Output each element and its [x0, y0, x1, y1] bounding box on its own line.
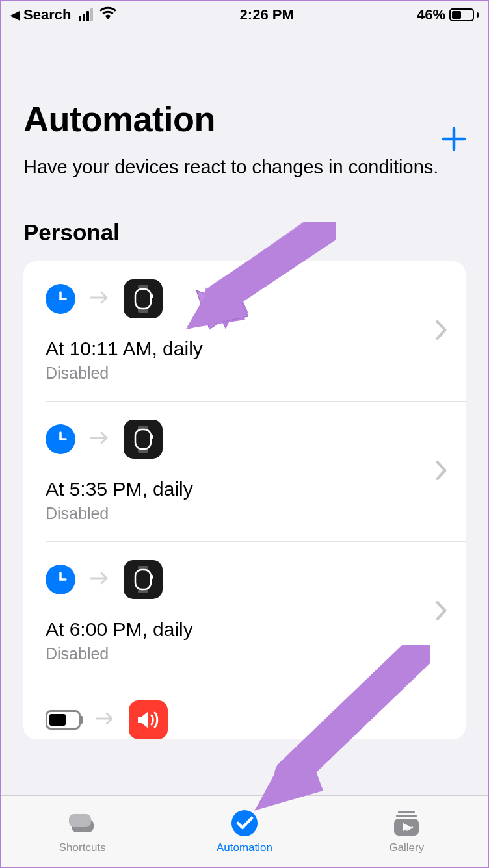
watch-app-icon	[124, 560, 163, 599]
automation-item-4[interactable]	[23, 682, 466, 739]
tab-label: Shortcuts	[59, 841, 106, 854]
arrow-right-icon	[90, 570, 109, 589]
automation-title: At 10:11 AM, daily	[46, 338, 443, 360]
arrow-right-icon	[90, 290, 109, 308]
automation-item-1[interactable]: At 10:11 AM, daily Disabled	[23, 261, 466, 401]
add-automation-button[interactable]	[440, 125, 468, 156]
tab-label: Automation	[217, 841, 272, 854]
arrow-right-icon	[95, 711, 114, 729]
page-title: Automation	[23, 99, 466, 139]
chevron-right-icon	[436, 320, 447, 342]
automation-item-2[interactable]: At 5:35 PM, daily Disabled	[23, 402, 466, 541]
svg-rect-2	[135, 289, 151, 309]
svg-rect-11	[151, 575, 153, 579]
tab-shortcuts[interactable]: Shortcuts	[1, 796, 163, 867]
svg-rect-6	[135, 429, 151, 449]
status-bar: ◀ Search 2:26 PM 46%	[1, 1, 488, 29]
status-time: 2:26 PM	[240, 6, 294, 23]
wifi-icon	[99, 6, 116, 23]
svg-rect-13	[69, 814, 91, 827]
automation-status: Disabled	[46, 364, 443, 383]
arrow-right-icon	[90, 430, 109, 448]
automation-title: At 6:00 PM, daily	[46, 619, 443, 641]
page-subtitle: Have your devices react to changes in co…	[23, 153, 466, 181]
chevron-right-icon	[436, 601, 447, 623]
section-personal-title: Personal	[23, 220, 466, 246]
back-app-label[interactable]: Search	[23, 6, 71, 23]
svg-rect-7	[151, 435, 153, 439]
tab-automation[interactable]: Automation	[163, 796, 325, 867]
automations-list: At 10:11 AM, daily Disabled At 5:35 PM, …	[23, 261, 466, 739]
svg-rect-3	[151, 294, 153, 298]
automation-tab-icon	[230, 809, 259, 837]
tab-gallery[interactable]: Gallery	[326, 796, 488, 867]
automation-item-3[interactable]: At 6:00 PM, daily Disabled	[23, 542, 466, 682]
clock-icon	[46, 284, 75, 314]
chevron-right-icon	[436, 461, 447, 483]
tab-bar: Shortcuts Automation Gallery	[1, 795, 488, 867]
tab-label: Gallery	[389, 841, 424, 854]
battery-trigger-icon	[46, 710, 81, 730]
gallery-tab-icon	[391, 809, 421, 837]
svg-rect-16	[396, 815, 417, 817]
watch-app-icon	[124, 279, 163, 318]
battery-percent: 46%	[417, 6, 445, 23]
svg-rect-15	[398, 811, 415, 813]
cellular-signal-icon	[79, 8, 93, 21]
watch-app-icon	[124, 420, 163, 459]
back-caret-icon[interactable]: ◀	[10, 8, 20, 22]
status-left: ◀ Search	[10, 6, 116, 23]
clock-icon	[46, 424, 75, 454]
svg-rect-10	[135, 570, 151, 589]
sound-app-icon	[129, 700, 168, 739]
clock-icon	[46, 565, 75, 594]
shortcuts-tab-icon	[68, 809, 98, 837]
svg-point-14	[231, 810, 258, 836]
automation-status: Disabled	[46, 504, 443, 523]
battery-icon	[449, 8, 479, 21]
automation-status: Disabled	[46, 645, 443, 663]
automation-title: At 5:35 PM, daily	[46, 478, 443, 500]
status-right: 46%	[417, 6, 479, 23]
